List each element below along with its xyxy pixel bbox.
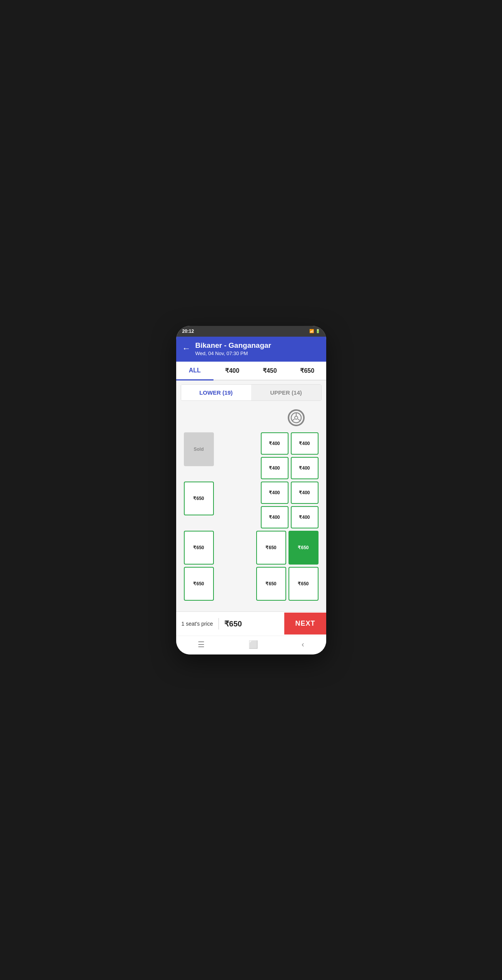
seat-row-1: Sold ₹400 ₹400 ₹400 ₹400 xyxy=(184,432,319,479)
svg-point-1 xyxy=(295,416,298,419)
seat-r4-2[interactable]: ₹650 xyxy=(289,567,319,601)
tab-all[interactable]: ALL xyxy=(176,362,214,380)
battery-icon: 🔋 xyxy=(315,329,320,333)
seat-r1-3[interactable]: ₹400 xyxy=(291,432,319,455)
seat-r1-2[interactable]: ₹400 xyxy=(261,457,289,479)
seat-pair-4: ₹400 ₹400 xyxy=(291,482,319,528)
svg-line-3 xyxy=(298,419,300,421)
back-button[interactable]: ← xyxy=(182,344,191,353)
steering-icon xyxy=(288,409,305,426)
seat-layout: Sold ₹400 ₹400 ₹400 ₹400 xyxy=(181,405,322,608)
next-button[interactable]: NEXT xyxy=(284,613,326,635)
tab-lower[interactable]: LOWER (19) xyxy=(181,385,251,400)
seat-l4[interactable]: ₹650 xyxy=(184,567,214,601)
seat-col-left-4: ₹650 xyxy=(184,567,214,601)
nav-home-icon[interactable]: ⬜ xyxy=(248,640,258,649)
seat-r1-1[interactable]: ₹400 xyxy=(261,432,289,455)
total-price: ₹650 xyxy=(224,619,242,628)
seat-l3[interactable]: ₹650 xyxy=(184,531,214,565)
seat-row-3: ₹650 ₹650 ₹650 xyxy=(184,531,319,565)
status-bar: 20:12 📶 🔋 xyxy=(176,326,326,337)
header: ← Bikaner - Ganganagar Wed, 04 Nov, 07:3… xyxy=(176,337,326,362)
bottom-bar: 1 seat's price ₹650 NEXT xyxy=(176,611,326,636)
steering-area xyxy=(184,409,319,426)
tab-450[interactable]: ₹450 xyxy=(251,362,289,380)
seat-r2-3[interactable]: ₹400 xyxy=(291,482,319,504)
deck-tabs: LOWER (19) UPPER (14) xyxy=(181,384,322,401)
status-time: 20:12 xyxy=(182,329,194,334)
seat-col-left-3: ₹650 xyxy=(184,531,214,565)
nav-menu-icon[interactable]: ☰ xyxy=(198,640,205,649)
route-subtitle: Wed, 04 Nov, 07:30 PM xyxy=(195,350,271,356)
seat-r3-1[interactable]: ₹650 xyxy=(256,531,286,565)
nav-back-icon[interactable]: ‹ xyxy=(302,640,304,649)
sold-label: Sold xyxy=(194,447,204,452)
seat-count-label: 1 seat's price xyxy=(182,621,213,627)
seat-pair-1: ₹400 ₹400 xyxy=(261,432,289,479)
seat-sold-1: Sold xyxy=(184,432,214,466)
status-icons: 📶 🔋 xyxy=(309,329,320,333)
seat-r2-4[interactable]: ₹400 xyxy=(291,506,319,528)
seat-col-left-2: ₹650 xyxy=(184,482,214,528)
seat-r1-4[interactable]: ₹400 xyxy=(291,457,319,479)
tab-650[interactable]: ₹650 xyxy=(289,362,326,380)
seat-r4-1[interactable]: ₹650 xyxy=(256,567,286,601)
seat-l2[interactable]: ₹650 xyxy=(184,482,214,515)
price-section: 1 seat's price ₹650 xyxy=(176,612,285,636)
seat-pair-2: ₹400 ₹400 xyxy=(291,432,319,479)
svg-line-4 xyxy=(292,419,295,421)
tab-upper[interactable]: UPPER (14) xyxy=(251,385,321,400)
seat-pair-3: ₹400 ₹400 xyxy=(261,482,289,528)
header-title: Bikaner - Ganganagar Wed, 04 Nov, 07:30 … xyxy=(195,341,271,356)
price-filter-tabs: ALL ₹400 ₹450 ₹650 xyxy=(176,362,326,380)
seat-r2-1[interactable]: ₹400 xyxy=(261,482,289,504)
seat-col-left-1: Sold xyxy=(184,432,214,479)
seat-r2-2[interactable]: ₹400 xyxy=(261,506,289,528)
seat-row-2: ₹650 ₹400 ₹400 ₹400 ₹400 xyxy=(184,482,319,528)
route-title: Bikaner - Ganganagar xyxy=(195,341,271,350)
seat-row-4: ₹650 ₹650 ₹650 xyxy=(184,567,319,601)
divider xyxy=(218,618,219,630)
nav-bar: ☰ ⬜ ‹ xyxy=(176,636,326,654)
signal-icon: 📶 xyxy=(309,329,314,333)
tab-400[interactable]: ₹400 xyxy=(213,362,251,380)
seat-r3-2-selected[interactable]: ₹650 xyxy=(289,531,319,565)
